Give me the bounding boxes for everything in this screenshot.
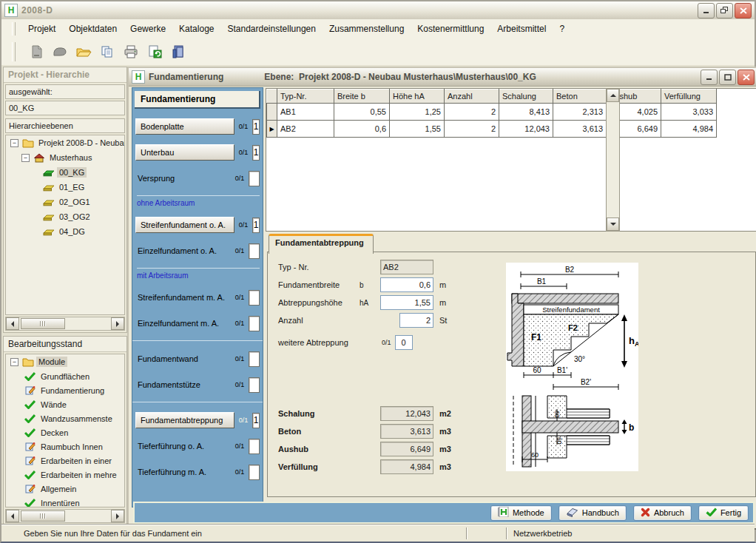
- bearbeitungsstand-panel: Bearbeitungsstand −ModuleGrundflächenFun…: [3, 336, 127, 527]
- menu-item-standardeinstellungen[interactable]: Standardeinstellungen: [220, 21, 322, 37]
- column-header-anzahl[interactable]: Anzahl: [445, 90, 499, 104]
- menu-item-projekt[interactable]: Projekt: [21, 21, 62, 37]
- tree-item-projekt-2008-d-neubau[interactable]: −Projekt 2008-D - Neubau: [6, 135, 124, 150]
- sidebar-item-button[interactable]: Bodenplatte: [135, 118, 234, 135]
- scroll-right-icon[interactable]: [111, 317, 124, 330]
- open-gray-icon[interactable]: [51, 43, 69, 61]
- scroll-down-icon[interactable]: [607, 217, 619, 231]
- restore-button[interactable]: [716, 3, 733, 18]
- scroll-left-icon[interactable]: [6, 317, 19, 330]
- exit-door-icon[interactable]: [169, 43, 187, 61]
- export-refresh-icon[interactable]: [146, 43, 163, 61]
- collapse-toggle-icon[interactable]: −: [21, 154, 30, 162]
- open-folder-icon[interactable]: [75, 43, 92, 61]
- module-root-label: Module: [36, 357, 67, 367]
- status-hscrollbar[interactable]: [5, 509, 125, 523]
- child-minimize-button[interactable]: [701, 70, 718, 85]
- menu-item-kataloge[interactable]: Kataloge: [172, 21, 220, 37]
- sidebar-item-button[interactable]: Fundamentabtreppung: [135, 412, 234, 428]
- scroll-thumb[interactable]: [21, 510, 65, 522]
- column-header-schalung[interactable]: Schalung: [499, 90, 553, 104]
- sidebar-item-count-box[interactable]: [249, 290, 260, 306]
- minimize-button[interactable]: [698, 3, 715, 18]
- row-selector-cell[interactable]: [267, 104, 277, 121]
- close-button[interactable]: [735, 3, 752, 18]
- collapse-toggle-icon[interactable]: −: [10, 139, 18, 147]
- fertig-button[interactable]: Fertig: [698, 505, 749, 521]
- sidebar-item-count-box[interactable]: [249, 316, 260, 331]
- tree-item-03-og2[interactable]: 03_OG2: [6, 209, 124, 224]
- module-item-wände[interactable]: Wände: [6, 397, 124, 411]
- scroll-right-icon[interactable]: [111, 510, 124, 522]
- module-item-fundamentierung[interactable]: Fundamentierung: [6, 383, 124, 397]
- tree-item-02-og1[interactable]: 02_OG1: [6, 195, 124, 209]
- sidebar-item-button[interactable]: Unterbau: [135, 144, 234, 161]
- field-value-abtreppungshöhe[interactable]: 1,55: [380, 295, 433, 310]
- tab-fundamentabtreppung[interactable]: Fundamentabtreppung: [269, 234, 374, 254]
- column-header-beton[interactable]: Beton: [553, 90, 607, 104]
- module-item-allgemein[interactable]: Allgemein: [6, 482, 124, 496]
- sidebar-item-count-box[interactable]: [249, 439, 260, 454]
- menu-item-arbeitsmittel[interactable]: Arbeitsmittel: [490, 21, 553, 37]
- sidebar-item-button[interactable]: Streifenfundament o. A.: [135, 217, 234, 233]
- print-icon[interactable]: [122, 43, 140, 61]
- module-root[interactable]: −Module: [6, 354, 124, 369]
- module-item-erdarbeiten-in-einer[interactable]: Erdarbeiten in einer: [6, 453, 124, 468]
- tree-item-00-kg[interactable]: 00_KG: [6, 165, 124, 180]
- sidebar-item-count-box[interactable]: [249, 171, 260, 186]
- sidebar-item-count-box[interactable]: [249, 465, 260, 480]
- module-item-raumbuch-innen[interactable]: Raumbuch Innen: [6, 439, 124, 453]
- child-maximize-button[interactable]: [719, 70, 736, 85]
- menu-item-objektdaten[interactable]: Objektdaten: [62, 21, 124, 37]
- menu-item-zusammenstellung[interactable]: Zusammenstellung: [323, 21, 411, 37]
- sidebar-item-button[interactable]: Einzelfundament m. A.: [135, 319, 231, 328]
- tree-item-04-dg[interactable]: 04_DG: [6, 224, 124, 239]
- sidebar-item-count-box[interactable]: 1: [252, 119, 260, 135]
- menu-item-kostenermittlung[interactable]: Kostenermittlung: [411, 21, 490, 37]
- sidebar-item-count-box[interactable]: 1: [252, 413, 260, 428]
- methode-button[interactable]: Methode: [490, 505, 552, 521]
- module-item-decken[interactable]: Decken: [6, 425, 124, 439]
- module-item-innentüren[interactable]: Innentüren: [6, 496, 124, 507]
- sidebar-item-button[interactable]: Tieferführung o. A.: [135, 442, 231, 451]
- handbuch-button[interactable]: Handbuch: [558, 505, 627, 521]
- field-value-weitere-abtreppung[interactable]: 0: [395, 335, 413, 350]
- table-row[interactable]: AB10,551,2528,4132,3134,0253,033: [267, 104, 717, 121]
- table-row[interactable]: ▶AB20,61,55212,0433,6136,6494,984: [267, 121, 717, 138]
- sidebar-item-count-box[interactable]: [249, 377, 260, 393]
- scroll-thumb[interactable]: [21, 318, 65, 329]
- hierarchy-hscrollbar[interactable]: [5, 317, 125, 331]
- sidebar-item-count-box[interactable]: [249, 243, 260, 259]
- row-selector-cell[interactable]: ▶: [267, 121, 277, 138]
- sidebar-item-button[interactable]: Fundamentstütze: [135, 380, 231, 389]
- module-item-wandzusammenste[interactable]: Wandzusammenste: [6, 411, 124, 425]
- module-item-erdarbeiten-in-mehre[interactable]: Erdarbeiten in mehre: [6, 468, 124, 482]
- column-header-typ-nr[interactable]: Typ-Nr.: [277, 90, 334, 104]
- column-header-breite-b[interactable]: Breite b: [334, 90, 390, 104]
- sidebar-item-button[interactable]: Einzelfundament o. A.: [135, 246, 231, 255]
- tree-item-01-eg[interactable]: 01_EG: [6, 180, 124, 195]
- sidebar-item-count-box[interactable]: 1: [252, 145, 260, 161]
- sidebar-item-button[interactable]: Fundamentwand: [135, 354, 231, 363]
- sidebar-item-button[interactable]: Versprung: [135, 174, 231, 183]
- column-header-höhe-ha[interactable]: Höhe hA: [390, 90, 445, 104]
- collapse-toggle-icon[interactable]: −: [10, 358, 18, 366]
- sidebar-item-button[interactable]: Tieferführung m. A.: [135, 468, 231, 476]
- new-document-icon[interactable]: [27, 43, 45, 61]
- menu-item-[interactable]: ?: [553, 21, 571, 37]
- child-close-button[interactable]: [738, 70, 755, 85]
- copy-icon[interactable]: [98, 43, 116, 61]
- tree-item-musterhaus[interactable]: −Musterhaus: [6, 150, 124, 165]
- scroll-left-icon[interactable]: [6, 510, 19, 522]
- field-value-anzahl[interactable]: 2: [399, 313, 433, 328]
- module-item-grundflächen[interactable]: Grundflächen: [6, 369, 124, 383]
- field-value-fundamentbreite[interactable]: 0,6: [380, 277, 433, 292]
- sidebar-item-count-box[interactable]: 1: [252, 217, 260, 233]
- sidebar-item-count-box[interactable]: [249, 351, 260, 367]
- column-header-verfüllung[interactable]: Verfüllung: [661, 90, 717, 104]
- table-vscrollbar[interactable]: [606, 88, 620, 232]
- sidebar-item-button[interactable]: Streifenfundament m. A.: [135, 293, 231, 302]
- scroll-up-icon[interactable]: [607, 89, 619, 102]
- menu-item-gewerke[interactable]: Gewerke: [124, 21, 172, 37]
- abbruch-button[interactable]: Abbruch: [633, 505, 692, 521]
